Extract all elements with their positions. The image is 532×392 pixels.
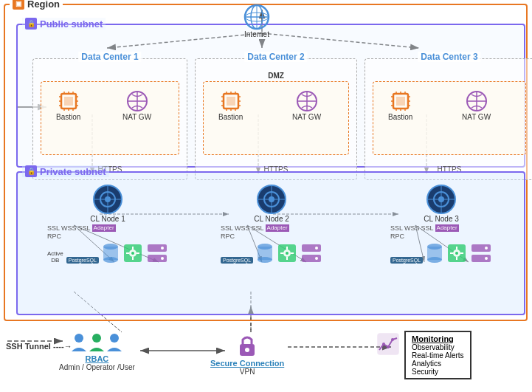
- cl2-db-row: PostgreSQL: [221, 243, 322, 264]
- public-lock-icon: 🔒: [25, 18, 37, 30]
- db-cylinder-2: [256, 243, 274, 264]
- globe-icon: [243, 4, 270, 30]
- cl-node-1-icon: [92, 184, 123, 215]
- nat-gw-2: NAT GW: [292, 89, 321, 121]
- secure-lock-icon: [234, 332, 260, 359]
- region-icon: ▣: [13, 0, 24, 10]
- config-icon-1: [122, 243, 143, 264]
- postgres-2-badge: PostgreSQL: [221, 257, 253, 264]
- dc1-label: Data Center 1: [78, 52, 141, 62]
- dmz-label: DMZ: [268, 72, 284, 80]
- server-icon-1: [146, 243, 168, 264]
- server-icon-3: [470, 243, 492, 264]
- private-lock-icon: 🔒: [25, 165, 37, 177]
- nat-gw-3: NAT GW: [462, 89, 491, 121]
- cl-node-1: CL Node 1: [47, 184, 168, 223]
- dc2-box: Data Center 2 DMZ: [195, 58, 357, 180]
- svg-point-113: [315, 257, 318, 260]
- bastion-3-icon: [389, 89, 412, 113]
- monitoring-item-0: Observability: [412, 343, 464, 351]
- svg-rect-110: [302, 244, 321, 252]
- cl2-rpc-label: RPC: [221, 233, 322, 240]
- svg-point-94: [161, 257, 164, 260]
- cl3-db-row: PostgreSQL: [390, 243, 492, 264]
- config-icon-2: [277, 243, 297, 264]
- db-cylinder-3: [426, 243, 443, 264]
- monitoring-item-2: Analytics: [412, 360, 464, 368]
- private-subnet-label: 🔒 Private subnet: [22, 165, 109, 177]
- svg-point-142: [245, 348, 249, 352]
- postgres-1-badge: PostgreSQL: [66, 257, 99, 264]
- monitoring-item-1: Real-time Alerts: [412, 351, 464, 360]
- cl3-connection-labels: SSL WSS SSL Adapter: [390, 224, 492, 232]
- cl-node-3: CL Node 3: [390, 184, 492, 223]
- cl-node-2-icon: [256, 184, 287, 215]
- bastion-2: Bastion: [218, 89, 243, 121]
- monitoring-content: Monitoring Observability Real-time Alert…: [376, 331, 471, 379]
- cl-node-2: CL Node 2: [221, 184, 322, 223]
- svg-rect-26: [64, 97, 73, 106]
- cl-node-1-area: CL Node 1 SSL WSS SSL Adapter RPC Active: [47, 184, 168, 264]
- svg-point-144: [382, 343, 385, 345]
- svg-point-131: [485, 247, 488, 250]
- db-cylinder-1: [102, 243, 120, 264]
- svg-point-145: [387, 345, 390, 348]
- cl-node-3-area: CL Node 3 SSL WSS SSL Adapter RPC Postgr…: [390, 184, 492, 264]
- nat-gw-1-icon: [125, 89, 149, 113]
- dmz3-box: Bastion NAT GW: [373, 81, 526, 155]
- secure-connection-label: Secure Connection: [210, 359, 284, 368]
- svg-point-146: [391, 338, 394, 341]
- rbac-people-icons: [71, 332, 122, 353]
- rbac-component: RBAC Admin / Operator /User: [59, 332, 135, 371]
- bottom-section: SSH Tunnel ----→: [0, 329, 532, 392]
- cl2-connection-labels: SSL WSS SSL Adapter: [221, 224, 322, 232]
- cl-node-3-icon: [426, 184, 457, 215]
- dc2-label: Data Center 2: [244, 52, 307, 62]
- svg-point-132: [485, 257, 488, 260]
- nat-gw-2-icon: [295, 89, 319, 113]
- bastion-2-icon: [219, 89, 243, 113]
- svg-point-124: [455, 252, 458, 255]
- cl-node-2-area: CL Node 2 SSL WSS SSL Adapter RPC Postgr…: [221, 184, 322, 264]
- dc1-box: Data Center 1: [32, 58, 187, 180]
- svg-rect-129: [471, 244, 491, 252]
- rbac-label: RBAC: [86, 354, 109, 363]
- dc3-box: Data Center 3: [365, 58, 532, 180]
- config-icon-3: [446, 243, 467, 264]
- dc3-label: Data Center 3: [418, 52, 480, 62]
- region-box: ▣ Region 🔒 Public subnet Data Center 1: [4, 4, 528, 321]
- svg-point-140: [110, 334, 119, 343]
- monitoring-title: Monitoring: [412, 334, 464, 343]
- nat-gw-1: NAT GW: [122, 89, 151, 121]
- dmz1-box: Bastion NAT GW: [41, 81, 179, 155]
- private-subnet-box: 🔒 Private subnet CL Node 1: [16, 171, 525, 315]
- monitoring-box: Monitoring Observability Real-time Alert…: [404, 331, 471, 379]
- svg-point-93: [161, 247, 164, 250]
- nat-gw-3-icon: [465, 89, 488, 113]
- svg-point-121: [427, 257, 442, 263]
- monitoring-component: Monitoring Observability Real-time Alert…: [376, 331, 471, 379]
- internet-icon: Internet: [243, 4, 270, 38]
- svg-point-83: [103, 257, 118, 263]
- svg-point-102: [258, 257, 272, 263]
- bastion-3: Bastion: [388, 89, 412, 121]
- svg-point-105: [286, 252, 289, 255]
- person-1-icon: [71, 332, 87, 353]
- cl1-connection-labels: SSL WSS SSL Adapter: [47, 224, 168, 232]
- region-label: ▣ Region: [10, 0, 63, 10]
- dmz2-box: DMZ: [203, 81, 349, 155]
- diagram-container: ▣ Region 🔒 Public subnet Data Center 1: [0, 0, 532, 392]
- svg-rect-143: [378, 334, 398, 354]
- public-subnet-label: 🔒 Public subnet: [22, 18, 106, 30]
- cl1-db-row: Active DB PostgreSQL: [47, 243, 168, 264]
- monitoring-chart-icon: [376, 332, 400, 356]
- postgres-3-badge: PostgreSQL: [390, 257, 423, 264]
- server-icon-2: [300, 243, 322, 264]
- secure-connection-component: Secure Connection VPN: [210, 332, 284, 376]
- cl1-rpc-label: RPC: [47, 233, 168, 240]
- svg-rect-60: [396, 97, 405, 106]
- person-3-icon: [106, 332, 122, 353]
- svg-point-139: [92, 334, 101, 343]
- secure-connection-sublabel: VPN: [240, 368, 255, 376]
- public-subnet-box: 🔒 Public subnet Data Center 1: [16, 24, 525, 168]
